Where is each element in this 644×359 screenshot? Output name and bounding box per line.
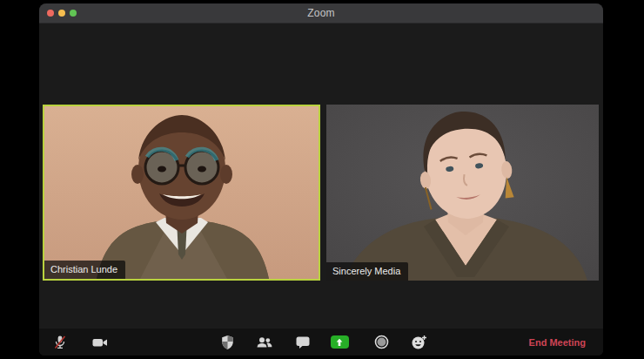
reactions-icon xyxy=(411,335,427,350)
mute-button[interactable] xyxy=(47,329,73,356)
reactions-button[interactable] xyxy=(406,329,432,356)
window-titlebar[interactable]: Zoom xyxy=(39,3,603,24)
chat-button[interactable] xyxy=(290,329,316,356)
meeting-video-area: Christian Lunde xyxy=(39,24,603,329)
participant-video-right xyxy=(326,105,599,281)
zoom-app-window: Zoom xyxy=(39,3,603,356)
share-screen-button[interactable] xyxy=(326,329,352,356)
desktop-background: Zoom xyxy=(0,0,644,359)
minimize-window-button[interactable] xyxy=(58,10,65,17)
video-tile-sincerely-media[interactable]: Sincerely Media xyxy=(326,105,599,281)
mic-muted-icon xyxy=(52,335,68,350)
end-meeting-button[interactable]: End Meeting xyxy=(524,329,591,356)
video-button[interactable] xyxy=(87,329,113,356)
meeting-toolbar: End Meeting xyxy=(39,329,603,356)
participants-button[interactable] xyxy=(252,329,278,356)
window-title: Zoom xyxy=(307,7,334,19)
share-screen-icon xyxy=(331,335,349,349)
participants-icon xyxy=(256,335,273,350)
close-window-button[interactable] xyxy=(47,10,54,17)
fullscreen-window-button[interactable] xyxy=(70,10,77,17)
record-icon xyxy=(374,335,389,349)
video-camera-icon xyxy=(91,335,109,350)
shield-icon xyxy=(220,335,235,350)
participant-video-left xyxy=(44,106,319,279)
traffic-lights xyxy=(47,3,77,23)
chat-bubble-icon xyxy=(295,335,311,349)
participant-name-label: Sincerely Media xyxy=(326,262,408,281)
record-button[interactable] xyxy=(368,329,394,356)
security-button[interactable] xyxy=(214,329,240,356)
video-tile-christian-lunde[interactable]: Christian Lunde xyxy=(43,105,320,281)
participant-name-label: Christian Lunde xyxy=(44,261,125,279)
